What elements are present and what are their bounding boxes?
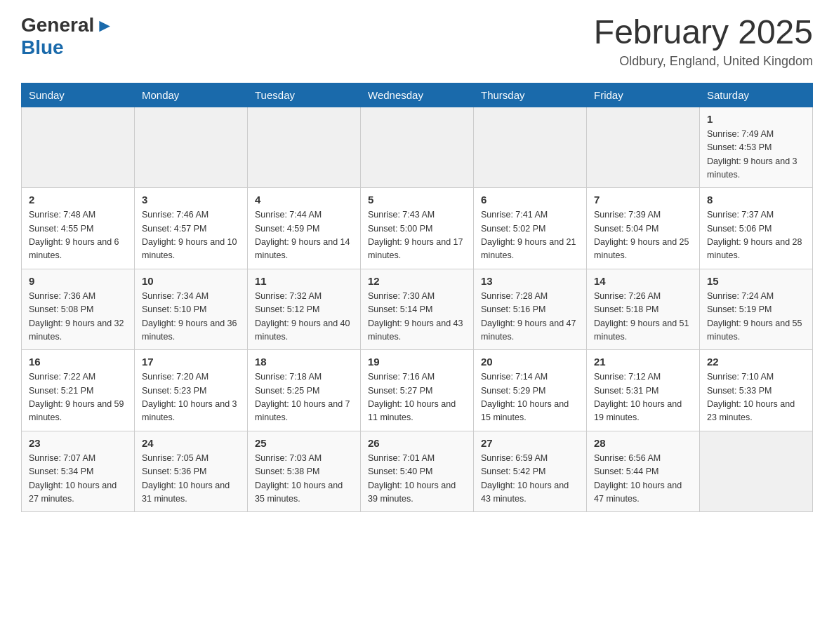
calendar-day-header: Friday — [587, 83, 700, 107]
calendar-week-row: 16Sunrise: 7:22 AM Sunset: 5:21 PM Dayli… — [22, 350, 813, 431]
day-number: 10 — [142, 275, 240, 287]
month-title: February 2025 — [594, 14, 813, 51]
calendar-cell: 14Sunrise: 7:26 AM Sunset: 5:18 PM Dayli… — [587, 269, 700, 350]
calendar-cell: 16Sunrise: 7:22 AM Sunset: 5:21 PM Dayli… — [22, 350, 135, 431]
calendar-cell: 23Sunrise: 7:07 AM Sunset: 5:34 PM Dayli… — [22, 431, 135, 512]
day-info: Sunrise: 7:03 AM Sunset: 5:38 PM Dayligh… — [255, 452, 353, 507]
calendar-cell — [361, 107, 474, 188]
day-info: Sunrise: 7:26 AM Sunset: 5:18 PM Dayligh… — [594, 290, 692, 344]
day-info: Sunrise: 7:22 AM Sunset: 5:21 PM Dayligh… — [29, 370, 127, 425]
calendar-cell: 8Sunrise: 7:37 AM Sunset: 5:06 PM Daylig… — [700, 188, 813, 269]
day-number: 25 — [255, 437, 353, 449]
day-number: 1 — [707, 113, 805, 125]
day-info: Sunrise: 7:48 AM Sunset: 4:55 PM Dayligh… — [29, 208, 127, 263]
calendar-week-row: 2Sunrise: 7:48 AM Sunset: 4:55 PM Daylig… — [22, 188, 813, 269]
calendar-cell: 15Sunrise: 7:24 AM Sunset: 5:19 PM Dayli… — [700, 269, 813, 350]
day-number: 20 — [481, 356, 579, 368]
day-number: 14 — [594, 275, 692, 287]
day-number: 12 — [368, 275, 466, 287]
day-info: Sunrise: 7:05 AM Sunset: 5:36 PM Dayligh… — [142, 452, 240, 507]
day-info: Sunrise: 7:07 AM Sunset: 5:34 PM Dayligh… — [29, 452, 127, 507]
day-number: 8 — [707, 194, 805, 206]
calendar-cell — [474, 107, 587, 188]
calendar-cell: 12Sunrise: 7:30 AM Sunset: 5:14 PM Dayli… — [361, 269, 474, 350]
day-number: 23 — [29, 437, 127, 449]
location-text: Oldbury, England, United Kingdom — [594, 54, 813, 69]
calendar-cell — [700, 431, 813, 512]
day-number: 6 — [481, 194, 579, 206]
logo: General ► Blue — [21, 14, 114, 59]
calendar-cell: 3Sunrise: 7:46 AM Sunset: 4:57 PM Daylig… — [135, 188, 248, 269]
calendar-cell: 27Sunrise: 6:59 AM Sunset: 5:42 PM Dayli… — [474, 431, 587, 512]
calendar-day-header: Sunday — [22, 83, 135, 107]
page-header: General ► Blue February 2025 Oldbury, En… — [21, 14, 813, 69]
calendar-day-header: Monday — [135, 83, 248, 107]
day-number: 24 — [142, 437, 240, 449]
calendar-header-row: SundayMondayTuesdayWednesdayThursdayFrid… — [22, 83, 813, 107]
calendar-cell: 17Sunrise: 7:20 AM Sunset: 5:23 PM Dayli… — [135, 350, 248, 431]
day-info: Sunrise: 7:28 AM Sunset: 5:16 PM Dayligh… — [481, 290, 579, 344]
day-info: Sunrise: 7:36 AM Sunset: 5:08 PM Dayligh… — [29, 290, 127, 344]
day-number: 28 — [594, 437, 692, 449]
calendar-cell: 4Sunrise: 7:44 AM Sunset: 4:59 PM Daylig… — [248, 188, 361, 269]
day-number: 2 — [29, 194, 127, 206]
calendar-cell — [248, 107, 361, 188]
day-info: Sunrise: 7:18 AM Sunset: 5:25 PM Dayligh… — [255, 370, 353, 425]
day-info: Sunrise: 7:32 AM Sunset: 5:12 PM Dayligh… — [255, 290, 353, 344]
day-number: 5 — [368, 194, 466, 206]
calendar-cell: 20Sunrise: 7:14 AM Sunset: 5:29 PM Dayli… — [474, 350, 587, 431]
logo-blue-text: Blue — [21, 36, 64, 58]
day-number: 13 — [481, 275, 579, 287]
day-info: Sunrise: 6:56 AM Sunset: 5:44 PM Dayligh… — [594, 452, 692, 507]
calendar-cell: 21Sunrise: 7:12 AM Sunset: 5:31 PM Dayli… — [587, 350, 700, 431]
calendar-cell — [22, 107, 135, 188]
day-info: Sunrise: 7:20 AM Sunset: 5:23 PM Dayligh… — [142, 370, 240, 425]
day-info: Sunrise: 7:44 AM Sunset: 4:59 PM Dayligh… — [255, 208, 353, 263]
calendar-cell — [587, 107, 700, 188]
title-block: February 2025 Oldbury, England, United K… — [594, 14, 813, 69]
calendar-table: SundayMondayTuesdayWednesdayThursdayFrid… — [21, 83, 813, 513]
day-info: Sunrise: 7:34 AM Sunset: 5:10 PM Dayligh… — [142, 290, 240, 344]
calendar-week-row: 23Sunrise: 7:07 AM Sunset: 5:34 PM Dayli… — [22, 431, 813, 512]
calendar-cell: 22Sunrise: 7:10 AM Sunset: 5:33 PM Dayli… — [700, 350, 813, 431]
logo-general-text: General — [21, 14, 94, 36]
day-info: Sunrise: 7:10 AM Sunset: 5:33 PM Dayligh… — [707, 370, 805, 425]
calendar-cell: 2Sunrise: 7:48 AM Sunset: 4:55 PM Daylig… — [22, 188, 135, 269]
day-number: 21 — [594, 356, 692, 368]
calendar-cell — [135, 107, 248, 188]
calendar-cell: 24Sunrise: 7:05 AM Sunset: 5:36 PM Dayli… — [135, 431, 248, 512]
day-number: 17 — [142, 356, 240, 368]
day-info: Sunrise: 6:59 AM Sunset: 5:42 PM Dayligh… — [481, 452, 579, 507]
day-info: Sunrise: 7:24 AM Sunset: 5:19 PM Dayligh… — [707, 290, 805, 344]
day-number: 19 — [368, 356, 466, 368]
day-number: 4 — [255, 194, 353, 206]
calendar-week-row: 9Sunrise: 7:36 AM Sunset: 5:08 PM Daylig… — [22, 269, 813, 350]
calendar-day-header: Wednesday — [361, 83, 474, 107]
day-info: Sunrise: 7:49 AM Sunset: 4:53 PM Dayligh… — [707, 128, 805, 182]
day-info: Sunrise: 7:30 AM Sunset: 5:14 PM Dayligh… — [368, 290, 466, 344]
day-number: 27 — [481, 437, 579, 449]
logo-arrow-icon: ► — [95, 15, 114, 36]
calendar-cell: 10Sunrise: 7:34 AM Sunset: 5:10 PM Dayli… — [135, 269, 248, 350]
day-info: Sunrise: 7:37 AM Sunset: 5:06 PM Dayligh… — [707, 208, 805, 263]
calendar-day-header: Saturday — [700, 83, 813, 107]
day-info: Sunrise: 7:46 AM Sunset: 4:57 PM Dayligh… — [142, 208, 240, 263]
day-number: 18 — [255, 356, 353, 368]
calendar-cell: 11Sunrise: 7:32 AM Sunset: 5:12 PM Dayli… — [248, 269, 361, 350]
day-number: 22 — [707, 356, 805, 368]
calendar-cell: 13Sunrise: 7:28 AM Sunset: 5:16 PM Dayli… — [474, 269, 587, 350]
day-number: 9 — [29, 275, 127, 287]
calendar-cell: 19Sunrise: 7:16 AM Sunset: 5:27 PM Dayli… — [361, 350, 474, 431]
day-number: 11 — [255, 275, 353, 287]
calendar-week-row: 1Sunrise: 7:49 AM Sunset: 4:53 PM Daylig… — [22, 107, 813, 188]
calendar-day-header: Thursday — [474, 83, 587, 107]
day-number: 3 — [142, 194, 240, 206]
calendar-cell: 7Sunrise: 7:39 AM Sunset: 5:04 PM Daylig… — [587, 188, 700, 269]
day-info: Sunrise: 7:39 AM Sunset: 5:04 PM Dayligh… — [594, 208, 692, 263]
day-number: 16 — [29, 356, 127, 368]
day-info: Sunrise: 7:16 AM Sunset: 5:27 PM Dayligh… — [368, 370, 466, 425]
day-number: 15 — [707, 275, 805, 287]
calendar-cell: 26Sunrise: 7:01 AM Sunset: 5:40 PM Dayli… — [361, 431, 474, 512]
day-info: Sunrise: 7:43 AM Sunset: 5:00 PM Dayligh… — [368, 208, 466, 263]
day-info: Sunrise: 7:41 AM Sunset: 5:02 PM Dayligh… — [481, 208, 579, 263]
